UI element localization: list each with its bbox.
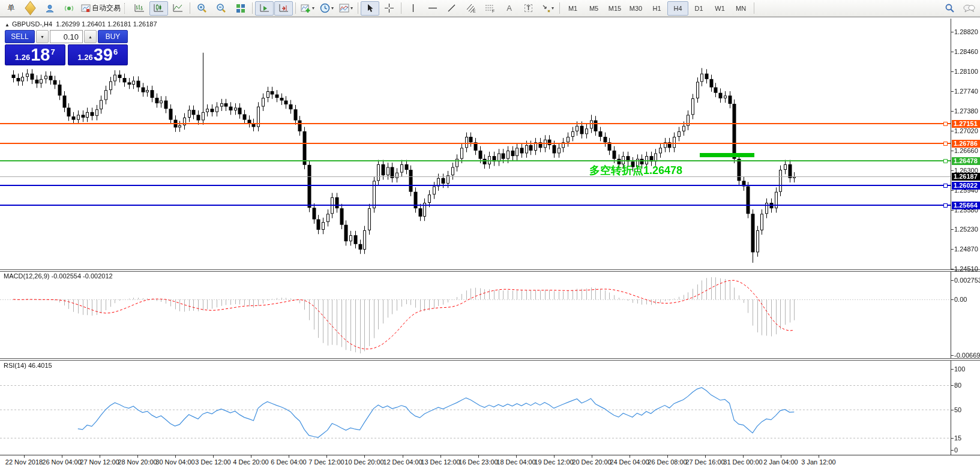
price-chart-canvas[interactable] [0,19,951,270]
zoom-in-button[interactable] [193,1,211,16]
horizontal-line-1.27151[interactable] [0,123,951,124]
chart-window: ▲GBPUSD-,H4 1.26299 1.26401 1.26181 1.26… [0,17,980,465]
time-axis-tick [630,455,630,458]
sell-price-box[interactable]: 1.26 18 7 [5,44,65,65]
time-axis-label: 24 Dec 04:00 [610,458,649,465]
tile-windows-button[interactable] [231,1,250,16]
text-button[interactable]: A [500,1,519,16]
horizontal-line-icon [428,5,437,11]
indicators-button[interactable]: ▾ [298,1,317,16]
horizontal-line-handle[interactable] [943,122,948,126]
time-axis-tick [137,455,138,458]
price-axis-tick [951,210,954,211]
price-axis-label: 1.24870 [954,245,978,253]
timeframe-M30[interactable]: M30 [625,1,646,16]
templates-button[interactable]: ▾ [337,1,355,16]
signals-button[interactable] [40,1,59,16]
line-chart-icon [173,4,183,13]
new-order-button[interactable]: 单 [2,1,20,16]
market-button[interactable] [21,1,40,16]
arrows-icon [541,4,550,13]
zoom-out-button[interactable] [212,1,230,16]
rsi-axis-tick [951,410,954,410]
macd-rsi-splitter[interactable] [0,358,980,361]
volume-input[interactable] [50,30,83,43]
news-button[interactable] [59,1,78,16]
price-axis-tick [951,111,954,112]
autotrade-label: 自动交易 [92,3,121,13]
price-axis-tick [951,249,954,250]
price-macd-splitter[interactable] [0,269,980,272]
time-axis-label: 31 Dec 00:00 [723,458,762,465]
bar-chart-button[interactable] [130,1,149,16]
svg-text:E: E [473,9,476,13]
horizontal-line-handle[interactable] [943,142,948,146]
crosshair-button[interactable] [380,1,398,16]
timeframe-W1[interactable]: W1 [709,1,730,16]
timeframe-M15[interactable]: M15 [604,1,625,16]
horizontal-line-button[interactable] [423,1,442,16]
collapse-triangle-icon[interactable]: ▲ [5,22,10,28]
trendline-button[interactable] [442,1,461,16]
macd-pane-canvas[interactable] [0,272,951,359]
time-axis-label: 2 Jan 04:00 [763,458,798,465]
time-axis-label: 3 Dec 12:00 [195,458,230,465]
autotrade-button[interactable]: 自动交易 [79,1,123,16]
rsi-pane-canvas[interactable] [0,361,951,455]
timeframe-H4[interactable]: H4 [667,1,688,16]
buy-button[interactable]: BUY [98,30,128,43]
auto-scroll-button[interactable] [255,1,274,16]
horizontal-line-handle[interactable] [943,184,948,188]
price-axis-tick [951,131,954,131]
search-button[interactable] [940,1,959,16]
horizontal-line-1.26786[interactable] [0,143,951,144]
svg-text:F: F [492,9,495,13]
volume-decrease-button[interactable]: ▼ [36,30,49,43]
text-label-button[interactable]: T [519,1,538,16]
pivot-annotation-text[interactable]: 多空转折点1.26478 [589,163,682,178]
time-axis-tick [175,455,176,458]
zoom-in-icon [197,3,207,13]
trendline-icon [447,4,456,13]
chat-button[interactable] [960,1,978,16]
volume-increase-button[interactable]: ▲ [84,30,97,43]
timeframe-M5[interactable]: M5 [583,1,604,16]
current-price-line [0,176,951,177]
time-axis-label: 30 Nov 04:00 [155,458,194,465]
horizontal-line-handle[interactable] [943,203,948,208]
equidistant-channel-button[interactable]: E [461,1,480,16]
fibonacci-button[interactable]: F [481,1,499,16]
price-axis-tick [951,229,954,230]
cursor-button[interactable] [361,1,379,16]
horizontal-line-1.26022[interactable] [0,185,951,186]
thick-trend-segment[interactable] [700,153,754,157]
time-axis-label: 27 Nov 12:00 [80,458,119,465]
candlestick-chart-icon [154,4,164,13]
sell-button[interactable]: SELL [5,30,35,43]
symbol-period-label: GBPUSD-,H4 [12,20,52,28]
timeframe-MN[interactable]: MN [730,1,751,16]
candlestick-chart-button[interactable] [149,1,168,16]
auto-scroll-icon [259,4,269,13]
time-axis-label: 4 Dec 20:00 [233,458,268,465]
vertical-line-button[interactable] [404,1,422,16]
time-axis-label: 10 Dec 20:00 [344,458,383,465]
price-badge-1.27151: 1.27151 [952,120,980,128]
periods-button[interactable]: ▾ [317,1,336,16]
chart-shift-button[interactable] [274,1,293,16]
arrows-button[interactable]: ▾ [538,1,557,16]
line-chart-button[interactable] [169,1,187,16]
current-price-badge: 1.26187 [952,173,980,181]
time-axis-label: 28 Nov 20:00 [118,458,157,465]
horizontal-line-1.25664[interactable] [0,205,951,206]
timeframe-D1[interactable]: D1 [688,1,709,16]
time-axis-border [0,455,980,455]
toolbar-grip[interactable] [124,3,128,14]
price-axis-label: 1.28820 [954,28,978,35]
timeframe-H1[interactable]: H1 [646,1,667,16]
price-axis-label: 1.24510 [954,265,978,272]
horizontal-line-handle[interactable] [943,159,948,163]
timeframe-M1[interactable]: M1 [562,1,583,16]
horizontal-line-1.26478[interactable] [0,160,951,161]
buy-price-box[interactable]: 1.26 39 6 [68,44,128,65]
